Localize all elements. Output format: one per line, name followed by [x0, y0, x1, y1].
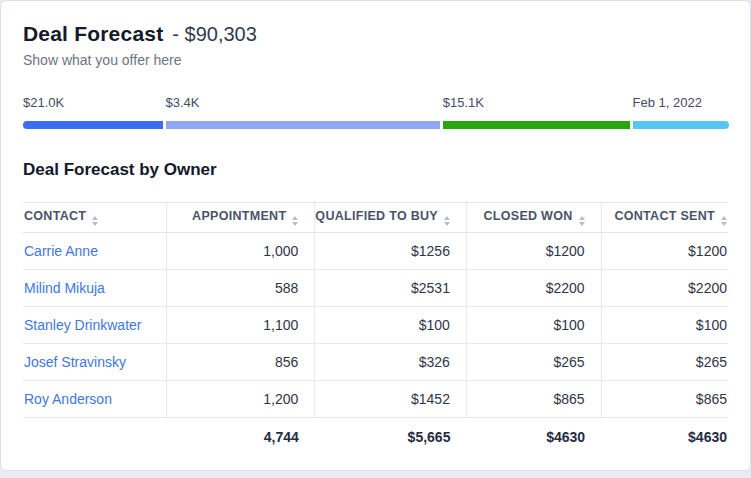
page-subtitle: Show what you offer here: [23, 52, 728, 68]
table-row: Milind Mikuja 588 $2531 $2200 $2200: [23, 270, 728, 307]
qualified-to-buy-total: $5,665: [315, 418, 467, 457]
closed-won-value: $1200: [466, 233, 601, 270]
deal-forecast-table: Contact Appointment Qualified to buy Clo…: [23, 202, 728, 457]
progress-segment-label: $15.1K: [443, 95, 484, 110]
table-row: Stanley Drinkwater 1,100 $100 $100 $100: [23, 307, 728, 344]
totals-empty-cell: [23, 418, 167, 457]
sort-arrows-icon[interactable]: [579, 216, 585, 226]
deal-forecast-card: Deal Forecast - $90,303 Show what you of…: [0, 0, 751, 471]
progress-segment-label: $3.4K: [166, 95, 200, 110]
contact-link[interactable]: Roy Anderson: [24, 391, 112, 407]
column-header-contact[interactable]: Contact: [23, 203, 167, 233]
column-header-contact-sent[interactable]: Contact sent: [601, 203, 728, 233]
forecast-progress-section: $21.0K $3.4K $15.1K Feb 1, 2022: [23, 95, 728, 129]
forecast-progress-bar: [23, 121, 728, 129]
table-row: Roy Anderson 1,200 $1452 $865 $865: [23, 381, 728, 418]
progress-segment-label: $21.0K: [23, 95, 64, 110]
progress-segment-label: Feb 1, 2022: [633, 95, 702, 110]
sort-arrows-icon[interactable]: [92, 216, 98, 226]
contact-sent-value: $100: [601, 307, 728, 344]
qualified-to-buy-value: $2531: [315, 270, 467, 307]
sort-arrows-icon[interactable]: [721, 216, 727, 226]
card-header: Deal Forecast - $90,303: [23, 22, 728, 46]
sort-arrows-icon[interactable]: [292, 216, 298, 226]
contact-sent-value: $2200: [601, 270, 728, 307]
qualified-to-buy-value: $1256: [315, 233, 467, 270]
table-title: Deal Forecast by Owner: [23, 160, 728, 180]
closed-won-value: $2200: [466, 270, 601, 307]
progress-segment: [166, 121, 440, 129]
progress-segment: [633, 121, 729, 129]
table-row: Carrie Anne 1,000 $1256 $1200 $1200: [23, 233, 728, 270]
contact-link[interactable]: Milind Mikuja: [24, 280, 105, 296]
contact-link[interactable]: Stanley Drinkwater: [24, 317, 142, 333]
appointment-total: 4,744: [167, 418, 315, 457]
column-header-closed-won[interactable]: Closed won: [466, 203, 601, 233]
appointment-value: 1,000: [167, 233, 315, 270]
contact-sent-value: $265: [601, 344, 728, 381]
progress-labels: $21.0K $3.4K $15.1K Feb 1, 2022: [23, 95, 728, 111]
sort-arrows-icon[interactable]: [444, 216, 450, 226]
closed-won-value: $100: [466, 307, 601, 344]
table-row: Josef Stravinsky 856 $326 $265 $265: [23, 344, 728, 381]
closed-won-value: $865: [466, 381, 601, 418]
contact-link[interactable]: Carrie Anne: [24, 243, 98, 259]
column-header-qualified-to-buy[interactable]: Qualified to buy: [315, 203, 467, 233]
appointment-value: 1,100: [167, 307, 315, 344]
appointment-value: 856: [167, 344, 315, 381]
table-totals-row: 4,744 $5,665 $4630 $4630: [23, 418, 728, 457]
contact-link[interactable]: Josef Stravinsky: [24, 354, 126, 370]
table-header-row: Contact Appointment Qualified to buy Clo…: [23, 203, 728, 233]
page-title: Deal Forecast: [23, 22, 163, 46]
appointment-value: 1,200: [167, 381, 315, 418]
qualified-to-buy-value: $326: [315, 344, 467, 381]
column-header-appointment[interactable]: Appointment: [167, 203, 315, 233]
forecast-total-amount: - $90,303: [172, 23, 257, 46]
closed-won-value: $265: [466, 344, 601, 381]
qualified-to-buy-value: $1452: [315, 381, 467, 418]
contact-sent-value: $1200: [601, 233, 728, 270]
contact-sent-value: $865: [601, 381, 728, 418]
contact-sent-total: $4630: [601, 418, 728, 457]
appointment-value: 588: [167, 270, 315, 307]
progress-segment: [23, 121, 163, 129]
closed-won-total: $4630: [466, 418, 601, 457]
qualified-to-buy-value: $100: [315, 307, 467, 344]
progress-segment: [443, 121, 630, 129]
